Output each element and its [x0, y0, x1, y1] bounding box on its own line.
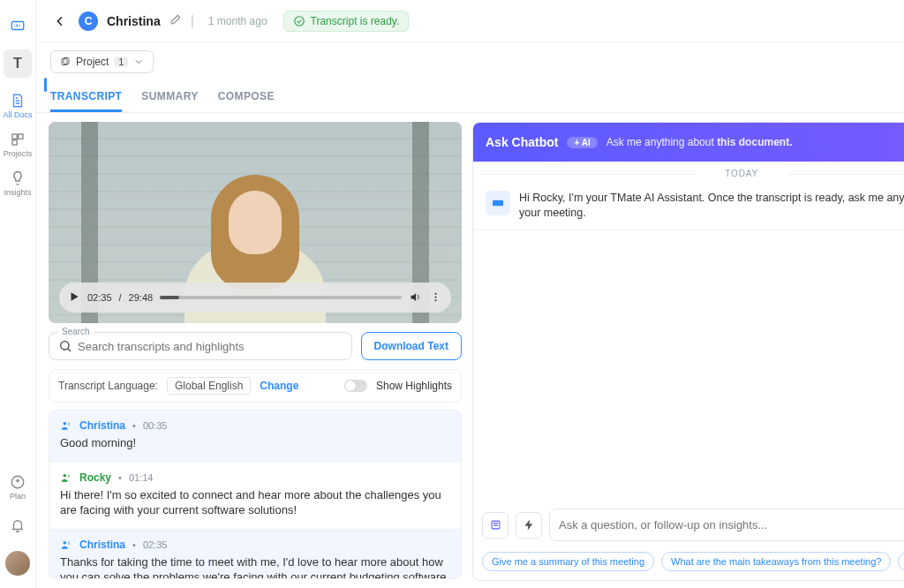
search-icon: [58, 339, 72, 353]
svg-point-10: [435, 299, 437, 301]
suggestion-chip[interactable]: How big of a proble: [898, 552, 904, 571]
svg-rect-0: [11, 22, 24, 30]
nav-projects[interactable]: Projects: [0, 127, 35, 162]
svg-point-12: [64, 422, 67, 426]
project-chip-label: Project: [76, 56, 109, 68]
notifications-icon[interactable]: [0, 509, 35, 544]
quick-actions-button[interactable]: [516, 512, 542, 539]
svg-point-13: [64, 473, 67, 477]
tab-transcript[interactable]: TRANSCRIPT: [50, 81, 122, 112]
owner-avatar: C: [79, 11, 98, 31]
content-area: 02:35 / 29:48 Search Download Text Trans…: [36, 113, 904, 588]
user-avatar[interactable]: [5, 551, 30, 576]
workspace-selector[interactable]: T: [4, 49, 32, 78]
speaker-icon: [60, 539, 72, 551]
language-bar: Transcript Language: Global English Chan…: [49, 369, 462, 403]
speaker-icon: [60, 471, 72, 484]
video-more-icon[interactable]: [429, 290, 442, 305]
prompt-templates-button[interactable]: [482, 512, 508, 539]
svg-point-9: [435, 296, 437, 298]
highlights-toggle-label: Show Highlights: [376, 380, 452, 392]
video-controls: 02:35 / 29:48: [59, 283, 451, 313]
nav-all-docs[interactable]: All Docs: [0, 88, 35, 124]
chat-title: Ask Chatbot: [486, 135, 558, 149]
video-duration: 29:48: [129, 292, 154, 303]
status-badge: Transcript is ready.: [283, 11, 410, 32]
svg-rect-20: [492, 521, 500, 529]
chevron-down-icon: [133, 57, 144, 67]
volume-icon[interactable]: [409, 290, 422, 305]
lang-label: Transcript Language:: [58, 380, 158, 392]
timestamp: 01:14: [129, 472, 154, 483]
play-button[interactable]: [68, 290, 80, 305]
svg-point-8: [435, 292, 437, 294]
ai-badge: + AI: [567, 137, 597, 148]
transcript-column: 02:35 / 29:48 Search Download Text Trans…: [49, 122, 462, 579]
tab-compose[interactable]: COMPOSE: [218, 81, 275, 112]
search-label: Search: [58, 327, 94, 336]
suggestion-chip[interactable]: Give me a summary of this meeting: [482, 552, 654, 571]
chat-header: Ask Chatbot + AI Ask me anything about t…: [473, 123, 904, 162]
transcript-entry[interactable]: Rocky • 01:14 Hi there! I'm so excited t…: [49, 463, 461, 530]
svg-rect-2: [19, 134, 23, 139]
chat-input-row: 1: [473, 503, 904, 547]
edit-title-icon[interactable]: [170, 13, 182, 29]
tab-bar: TRANSCRIPT SUMMARY COMPOSE: [36, 81, 904, 113]
video-player[interactable]: 02:35 / 29:48: [49, 122, 462, 323]
nav-all-docs-label: All Docs: [3, 110, 32, 119]
project-count: 1: [114, 57, 128, 67]
svg-point-14: [64, 541, 67, 545]
main-area: C Christina | 1 month ago Transcript is …: [36, 0, 904, 588]
assistant-message: Hi Rocky, I'm your TMate AI Assistant. O…: [473, 185, 904, 230]
suggestion-chips: Give me a summary of this meetingWhat ar…: [473, 547, 904, 580]
video-elapsed: 02:35: [87, 292, 112, 303]
timestamp: 02:35: [143, 539, 168, 550]
status-text: Transcript is ready.: [311, 15, 400, 27]
transcript-text: Thanks for taking the time to meet with …: [60, 554, 450, 579]
speaker-icon: [60, 419, 72, 432]
highlights-toggle[interactable]: [344, 380, 367, 392]
change-language-link[interactable]: Change: [260, 380, 298, 392]
document-title: Christina: [107, 14, 161, 28]
left-nav-rail: T All Docs Projects Insights Plan: [0, 0, 36, 588]
nav-plan-label: Plan: [10, 492, 26, 501]
breadcrumb-bar: Project 1: [36, 42, 904, 81]
speaker-name: Christina: [79, 539, 125, 551]
search-input[interactable]: [78, 340, 343, 353]
nav-insights[interactable]: Insights: [0, 166, 35, 201]
top-bar: C Christina | 1 month ago Transcript is …: [36, 0, 904, 42]
speaker-name: Rocky: [79, 471, 111, 484]
svg-point-11: [61, 342, 69, 350]
assistant-message-text: Hi Rocky, I'm your TMate AI Assistant. O…: [519, 191, 904, 221]
time-ago-label: 1 month ago: [208, 15, 267, 27]
suggestion-chip[interactable]: What are the main takeaways from this me…: [661, 552, 891, 571]
timestamp: 00:35: [143, 420, 168, 431]
transcript-entry[interactable]: Christina • 02:35 Thanks for taking the …: [49, 530, 461, 579]
nav-plan[interactable]: Plan: [0, 470, 35, 505]
svg-rect-3: [12, 140, 17, 145]
lang-value: Global English: [167, 377, 251, 395]
project-selector[interactable]: Project 1: [50, 50, 154, 73]
nav-insights-label: Insights: [4, 188, 31, 197]
tab-summary[interactable]: SUMMARY: [141, 81, 198, 112]
chat-panel: Ask Chatbot + AI Ask me anything about t…: [472, 122, 904, 581]
back-button[interactable]: [50, 11, 70, 31]
assistant-avatar-icon: [486, 191, 510, 215]
transcript-list: Christina • 00:35 Good morning! Rocky • …: [49, 410, 462, 579]
transcript-text: Hi there! I'm so excited to connect and …: [60, 487, 450, 518]
download-text-button[interactable]: Download Text: [361, 332, 462, 360]
svg-point-5: [294, 16, 304, 26]
chat-input[interactable]: [559, 518, 904, 531]
transcript-entry[interactable]: Christina • 00:35 Good morning!: [49, 411, 461, 463]
search-input-wrap: Search: [49, 332, 352, 360]
app-logo-icon[interactable]: [0, 9, 35, 44]
svg-rect-1: [12, 134, 17, 139]
nav-projects-label: Projects: [4, 149, 33, 158]
chat-subtitle: Ask me anything about this document.: [606, 136, 793, 148]
nav-active-indicator: [44, 78, 47, 92]
chat-date-divider: TODAY: [473, 162, 904, 185]
chat-input-wrap: 1: [549, 509, 904, 541]
transcript-text: Good morning!: [60, 435, 450, 451]
speaker-name: Christina: [79, 419, 125, 432]
video-seek-bar[interactable]: [160, 296, 402, 299]
